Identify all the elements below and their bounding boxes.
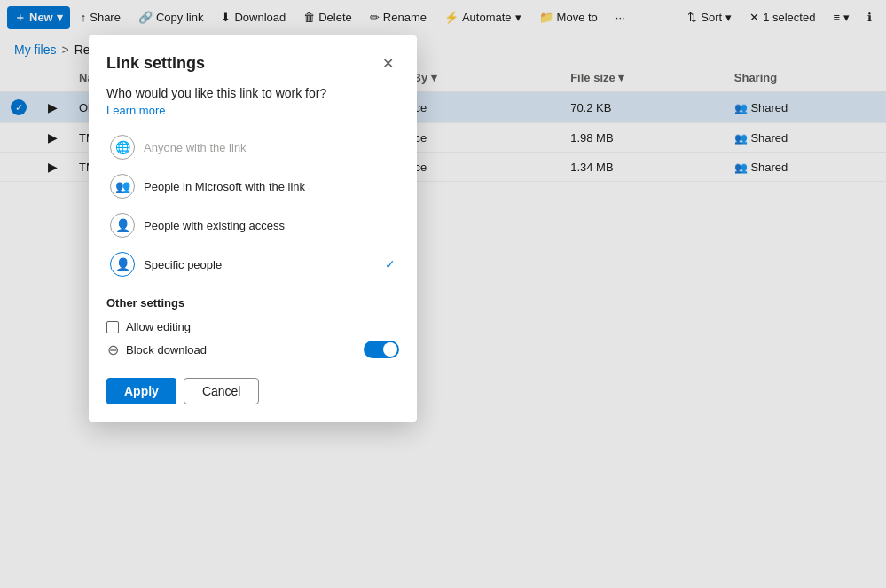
link-option-label-microsoft: People in Microsoft with the link bbox=[144, 180, 305, 183]
link-option-icon-anyone: 🌐 bbox=[110, 135, 135, 160]
link-option-label-anyone: Anyone with the link bbox=[144, 141, 247, 154]
link-option-icon-microsoft: 👥 bbox=[110, 174, 135, 182]
link-settings-dialog: Link settings ✕ Who would you like this … bbox=[89, 35, 417, 182]
link-options-list: 🌐 Anyone with the link 👥 People in Micro… bbox=[106, 128, 399, 182]
dialog-question: Who would you like this link to work for… bbox=[106, 86, 399, 100]
dialog-title: Link settings bbox=[106, 54, 205, 73]
link-option-microsoft[interactable]: 👥 People in Microsoft with the link bbox=[106, 167, 399, 182]
dialog-header: Link settings ✕ bbox=[106, 53, 399, 74]
learn-more-link[interactable]: Learn more bbox=[106, 104, 399, 117]
dialog-close-button[interactable]: ✕ bbox=[377, 53, 399, 74]
link-option-anyone: 🌐 Anyone with the link bbox=[106, 128, 399, 167]
